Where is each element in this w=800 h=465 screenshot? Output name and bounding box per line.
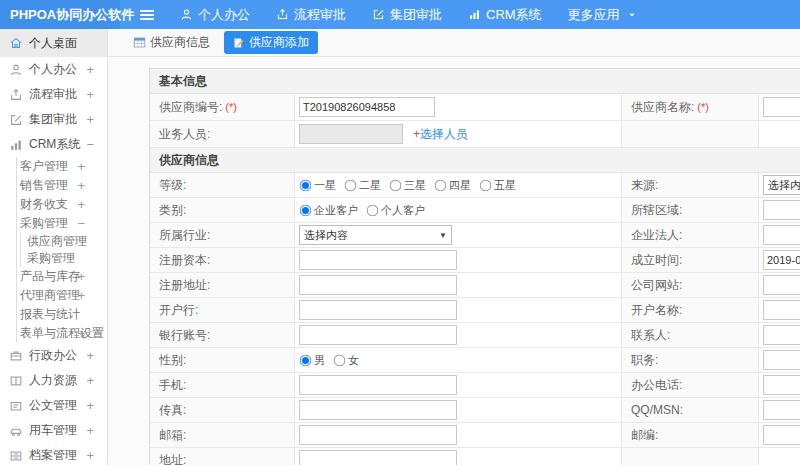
- empty-label-cell: [622, 121, 759, 148]
- sidebar-item-reports[interactable]: 报表与统计: [17, 305, 107, 324]
- address-label: 地址:: [150, 448, 295, 465]
- sidebar-item-crm[interactable]: CRM系统 −: [0, 132, 107, 157]
- category-option[interactable]: 个人客户: [366, 203, 425, 218]
- reg-capital-label: 注册资本:: [150, 248, 295, 273]
- form-row: 性别: 男 女 职务:: [150, 348, 800, 373]
- sidebar-item-purchasing[interactable]: 采购管理: [21, 250, 107, 267]
- sidebar-item-supplier-mgmt[interactable]: 供应商管理: [21, 233, 107, 250]
- nav-crm[interactable]: CRM系统: [468, 6, 542, 24]
- choose-staff-link[interactable]: +选择人员: [413, 126, 468, 143]
- founded-date-input[interactable]: [763, 250, 800, 270]
- category-option[interactable]: 企业客户: [299, 203, 358, 218]
- sidebar-item-workflow-approval[interactable]: 流程审批 +: [0, 82, 107, 107]
- crm-submenu: 客户管理+ 销售管理+ 财务收支+ 采购管理− 供应商管理 采购管理 产品与库存…: [16, 157, 107, 343]
- source-select[interactable]: 选择内容▼: [763, 175, 800, 195]
- sidebar-item-purchase-mgmt[interactable]: 采购管理−: [17, 214, 107, 233]
- supplier-no-input[interactable]: [299, 97, 435, 117]
- level-option[interactable]: 一星: [299, 178, 336, 193]
- sidebar-item-document-mgmt[interactable]: 公文管理 +: [0, 393, 107, 418]
- purchase-submenu: 供应商管理 采购管理: [20, 233, 107, 267]
- section-header-basic: 基本信息: [150, 69, 800, 94]
- section-header-supplier: 供应商信息: [150, 148, 800, 173]
- office-phone-input[interactable]: [763, 375, 800, 395]
- reg-address-label: 注册地址:: [150, 273, 295, 298]
- gender-option[interactable]: 男: [299, 353, 325, 368]
- zipcode-input[interactable]: [763, 425, 800, 445]
- sidebar-item-personal-office[interactable]: 个人办公 +: [0, 57, 107, 82]
- address-input[interactable]: [299, 450, 457, 465]
- website-input[interactable]: [763, 275, 800, 295]
- reg-address-input[interactable]: [299, 275, 457, 295]
- category-label: 类别:: [150, 198, 295, 223]
- staff-input[interactable]: [299, 124, 403, 144]
- level-option[interactable]: 四星: [434, 178, 471, 193]
- sidebar-item-archive-mgmt[interactable]: 档案管理 +: [0, 443, 107, 465]
- empty-field-cell: [759, 121, 800, 148]
- sidebar-item-group-approval[interactable]: 集团审批 +: [0, 107, 107, 132]
- sidebar-item-vehicle-mgmt[interactable]: 用车管理 +: [0, 418, 107, 443]
- industry-select[interactable]: 选择内容▼: [299, 225, 452, 245]
- account-name-input[interactable]: [763, 300, 800, 320]
- email-input[interactable]: [299, 425, 457, 445]
- level-option[interactable]: 三星: [389, 178, 426, 193]
- reg-capital-input[interactable]: [299, 250, 457, 270]
- sidebar-item-customer-mgmt[interactable]: 客户管理+: [17, 157, 107, 176]
- position-input[interactable]: [763, 350, 800, 370]
- bank-account-label: 银行账号:: [150, 323, 295, 348]
- app-logo: PHPOA协同办公软件: [0, 0, 120, 29]
- sidebar-item-desktop[interactable]: 个人桌面: [0, 29, 107, 57]
- nav-workflow-approval[interactable]: 流程审批: [276, 6, 346, 24]
- document-icon: [9, 399, 23, 413]
- region-input[interactable]: [763, 200, 800, 220]
- tab-supplier-add[interactable]: 供应商添加: [224, 31, 318, 54]
- qq-msn-input[interactable]: [763, 400, 800, 420]
- nav-group-approval[interactable]: 集团审批: [372, 6, 442, 24]
- mobile-input[interactable]: [299, 375, 457, 395]
- nav-more-apps[interactable]: 更多应用: [568, 6, 637, 24]
- level-option[interactable]: 五星: [479, 178, 516, 193]
- home-icon: [9, 36, 23, 50]
- bank-input[interactable]: [299, 300, 457, 320]
- legal-person-input[interactable]: [763, 225, 800, 245]
- top-nav: 个人办公 流程审批 集团审批 CRM系统 更多应用: [180, 6, 637, 24]
- tab-supplier-info-list[interactable]: 供应商信息: [133, 34, 210, 51]
- form-row: 业务人员: +选择人员: [150, 121, 800, 148]
- contact-input[interactable]: [763, 325, 800, 345]
- sidebar-item-agent-mgmt[interactable]: 代理商管理+: [17, 286, 107, 305]
- sidebar-item-hr[interactable]: 人力资源 +: [0, 368, 107, 393]
- book-icon: [9, 374, 23, 388]
- nav-personal-office[interactable]: 个人办公: [180, 6, 250, 24]
- sidebar-item-form-flow-settings[interactable]: 表单与流程设置+: [17, 324, 107, 343]
- chart-icon: [9, 138, 23, 152]
- workflow-icon: [9, 88, 23, 102]
- sidebar-item-sales-mgmt[interactable]: 销售管理+: [17, 176, 107, 195]
- level-option[interactable]: 二星: [344, 178, 381, 193]
- supplier-name-input[interactable]: [763, 97, 800, 117]
- form-row: 银行账号: 联系人:: [150, 323, 800, 348]
- website-label: 公司网站:: [622, 273, 759, 298]
- user-icon: [180, 8, 193, 21]
- form-row: 类别: 企业客户 个人客户 所辖区域:: [150, 198, 800, 223]
- gender-option[interactable]: 女: [333, 353, 359, 368]
- qq-msn-label: QQ/MSN:: [622, 398, 759, 423]
- sidebar-item-products-inventory[interactable]: 产品与库存+: [17, 267, 107, 286]
- gender-radio-group: 男 女: [299, 353, 365, 368]
- empty-label-cell: [622, 448, 759, 465]
- sidebar-item-finance[interactable]: 财务收支+: [17, 195, 107, 214]
- edit-icon: [372, 8, 385, 21]
- workflow-icon: [276, 8, 289, 21]
- fax-label: 传真:: [150, 398, 295, 423]
- form-row: 地址:: [150, 448, 800, 465]
- fax-input[interactable]: [299, 400, 457, 420]
- gender-label: 性别:: [150, 348, 295, 373]
- sidebar-item-admin-office[interactable]: 行政办公 +: [0, 343, 107, 368]
- form-row: 注册地址: 公司网站:: [150, 273, 800, 298]
- legal-person-label: 企业法人:: [622, 223, 759, 248]
- bank-label: 开户行:: [150, 298, 295, 323]
- founded-date-label: 成立时间:: [622, 248, 759, 273]
- staff-label: 业务人员:: [150, 121, 295, 148]
- menu-toggle-icon[interactable]: [140, 10, 154, 20]
- bank-account-input[interactable]: [299, 325, 457, 345]
- supplier-no-label: 供应商编号:(*): [150, 94, 295, 121]
- position-label: 职务:: [622, 348, 759, 373]
